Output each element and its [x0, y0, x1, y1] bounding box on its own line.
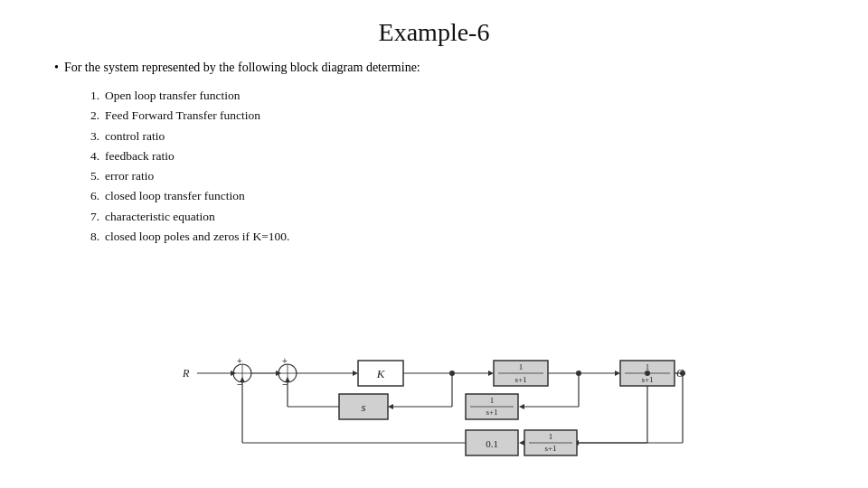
- page-title: Example-6: [36, 18, 832, 47]
- list-item: 8.closed loop poles and zeros if K=100.: [81, 227, 832, 247]
- list-text: characteristic equation: [105, 210, 215, 223]
- list-container: 1.Open loop transfer function 2.Feed For…: [81, 86, 832, 247]
- svg-text:1: 1: [490, 396, 495, 405]
- list-num: 1.: [81, 86, 99, 106]
- list-num: 4.: [81, 146, 99, 166]
- list-num: 5.: [81, 166, 99, 186]
- list-text: Open loop transfer function: [105, 89, 241, 102]
- intro-text: For the system represented by the follow…: [64, 58, 420, 77]
- svg-rect-0: [172, 312, 696, 479]
- numbered-list: 1.Open loop transfer function 2.Feed For…: [81, 86, 832, 247]
- list-num: 7.: [81, 207, 99, 227]
- list-item: 3.control ratio: [81, 127, 832, 146]
- svg-text:1: 1: [519, 362, 524, 371]
- list-text: error ratio: [105, 169, 154, 183]
- block-diagram-svg: R + − + −: [172, 312, 696, 479]
- bullet-point: •: [54, 58, 59, 77]
- svg-text:s+1: s+1: [544, 444, 556, 453]
- block-diagram-area: R + − + −: [172, 312, 696, 479]
- svg-text:s+1: s+1: [641, 375, 653, 384]
- page: Example-6 • For the system represented b…: [0, 0, 868, 488]
- list-item: 7.characteristic equation: [81, 207, 832, 227]
- list-item: 2.Feed Forward Transfer function: [81, 106, 832, 126]
- list-item: 1.Open loop transfer function: [81, 86, 832, 106]
- list-text: feedback ratio: [105, 149, 175, 163]
- list-item: 6.closed loop transfer function: [81, 186, 832, 206]
- svg-point-51: [645, 371, 650, 376]
- svg-text:0.1: 0.1: [486, 438, 498, 449]
- list-text: closed loop transfer function: [105, 189, 245, 202]
- list-num: 8.: [81, 227, 99, 247]
- list-text: closed loop poles and zeros if K=100.: [105, 230, 289, 243]
- list-text: control ratio: [105, 129, 165, 143]
- list-text: Feed Forward Transfer function: [105, 108, 260, 122]
- svg-text:s: s: [361, 400, 365, 414]
- list-item: 5.error ratio: [81, 166, 832, 186]
- svg-text:K: K: [376, 367, 386, 380]
- svg-text:s+1: s+1: [486, 408, 497, 417]
- svg-text:1: 1: [549, 432, 553, 441]
- svg-text:s+1: s+1: [514, 375, 526, 384]
- svg-text:R: R: [182, 367, 190, 380]
- list-num: 2.: [81, 106, 99, 126]
- svg-text:1: 1: [646, 362, 650, 371]
- list-num: 6.: [81, 186, 99, 206]
- list-item: 4.feedback ratio: [81, 146, 832, 166]
- list-num: 3.: [81, 127, 99, 146]
- intro-paragraph: • For the system represented by the foll…: [54, 58, 832, 77]
